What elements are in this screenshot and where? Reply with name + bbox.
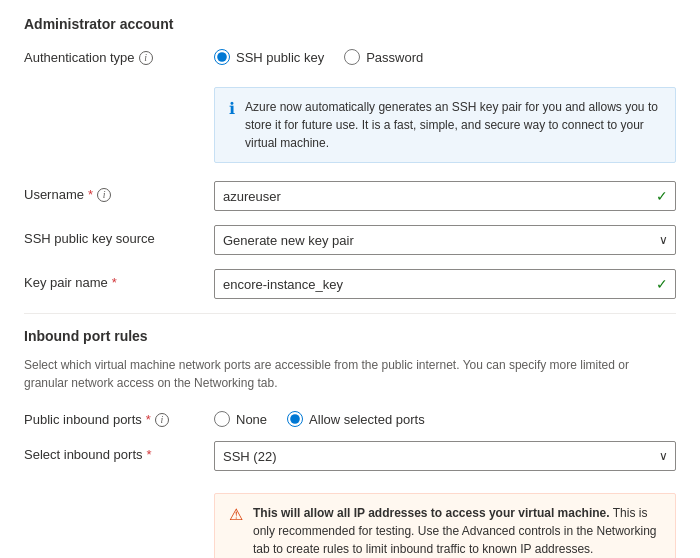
info-label-spacer	[24, 79, 214, 85]
username-required: *	[88, 187, 93, 202]
warning-box: ⚠ This will allow all IP addresses to ac…	[214, 493, 676, 558]
ssh-source-control: Generate new key pair ∨	[214, 225, 676, 255]
allow-ports-radio-option[interactable]: Allow selected ports	[287, 411, 425, 427]
warning-text: This will allow all IP addresses to acce…	[253, 504, 661, 558]
inbound-ports-title: Inbound port rules	[24, 328, 676, 344]
password-radio-option[interactable]: Password	[344, 49, 423, 65]
warning-area: ⚠ This will allow all IP addresses to ac…	[214, 485, 676, 558]
username-info-icon[interactable]: i	[97, 188, 111, 202]
none-label: None	[236, 412, 267, 427]
ssh-info-text: Azure now automatically generates an SSH…	[245, 98, 661, 152]
ssh-key-radio-option[interactable]: SSH public key	[214, 49, 324, 65]
none-radio[interactable]	[214, 411, 230, 427]
username-row: Username * i ✓	[24, 181, 676, 211]
auth-type-info-icon[interactable]: i	[139, 51, 153, 65]
ssh-info-box: ℹ Azure now automatically generates an S…	[214, 87, 676, 163]
warning-triangle-icon: ⚠	[229, 505, 243, 524]
ssh-source-select-wrapper: Generate new key pair ∨	[214, 225, 676, 255]
password-label: Password	[366, 50, 423, 65]
key-pair-control: ✓	[214, 269, 676, 299]
auth-type-label: Authentication type i	[24, 44, 214, 65]
username-input-wrapper: ✓	[214, 181, 676, 211]
select-ports-select[interactable]: SSH (22)	[214, 441, 676, 471]
public-ports-required: *	[146, 412, 151, 427]
select-ports-control: SSH (22) ∨	[214, 441, 676, 471]
key-pair-input[interactable]	[214, 269, 676, 299]
select-ports-row: Select inbound ports * SSH (22) ∨	[24, 441, 676, 471]
username-label: Username * i	[24, 181, 214, 202]
select-ports-label: Select inbound ports *	[24, 441, 214, 462]
allow-ports-label: Allow selected ports	[309, 412, 425, 427]
main-content: Administrator account Authentication typ…	[0, 0, 700, 558]
none-radio-option[interactable]: None	[214, 411, 267, 427]
key-pair-checkmark: ✓	[656, 276, 668, 292]
ssh-source-row: SSH public key source Generate new key p…	[24, 225, 676, 255]
warning-row: ⚠ This will allow all IP addresses to ac…	[24, 485, 676, 558]
inbound-ports-description: Select which virtual machine network por…	[24, 356, 676, 392]
auth-type-row: Authentication type i SSH public key Pas…	[24, 44, 676, 65]
select-ports-select-wrapper: SSH (22) ∨	[214, 441, 676, 471]
section-divider	[24, 313, 676, 314]
public-ports-row: Public inbound ports * i None Allow sele…	[24, 406, 676, 427]
public-ports-label: Public inbound ports * i	[24, 406, 214, 427]
public-ports-info-icon[interactable]: i	[155, 413, 169, 427]
public-ports-radio-group: None Allow selected ports	[214, 406, 676, 427]
username-checkmark: ✓	[656, 188, 668, 204]
public-ports-control: None Allow selected ports	[214, 406, 676, 427]
username-control: ✓	[214, 181, 676, 211]
ssh-key-radio[interactable]	[214, 49, 230, 65]
key-pair-required: *	[112, 275, 117, 290]
ssh-info-row: ℹ Azure now automatically generates an S…	[24, 79, 676, 167]
admin-account-title: Administrator account	[24, 16, 676, 32]
select-ports-required: *	[147, 447, 152, 462]
info-box-icon: ℹ	[229, 99, 235, 118]
ssh-source-select[interactable]: Generate new key pair	[214, 225, 676, 255]
auth-type-control: SSH public key Password	[214, 44, 676, 65]
warning-text-bold: This will allow all IP addresses to acce…	[253, 506, 610, 520]
key-pair-row: Key pair name * ✓	[24, 269, 676, 299]
ssh-source-label: SSH public key source	[24, 225, 214, 246]
ssh-info-area: ℹ Azure now automatically generates an S…	[214, 79, 676, 167]
key-pair-input-wrapper: ✓	[214, 269, 676, 299]
auth-radio-group: SSH public key Password	[214, 44, 676, 65]
username-input[interactable]	[214, 181, 676, 211]
allow-ports-radio[interactable]	[287, 411, 303, 427]
warning-spacer	[24, 485, 214, 491]
ssh-key-label: SSH public key	[236, 50, 324, 65]
key-pair-label: Key pair name *	[24, 269, 214, 290]
password-radio[interactable]	[344, 49, 360, 65]
